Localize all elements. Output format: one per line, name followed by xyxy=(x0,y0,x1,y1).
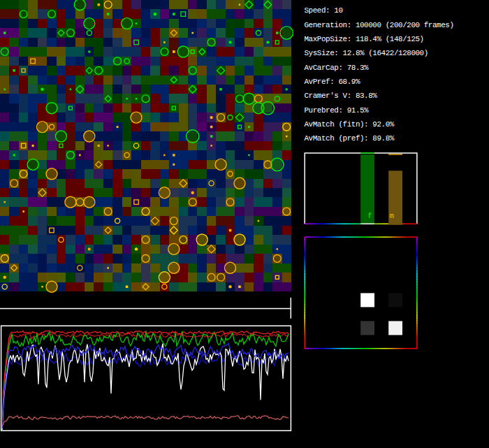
svg-text:SysSize: 12.8% (16422/128000): SysSize: 12.8% (16422/128000) xyxy=(305,49,428,57)
svg-text:AvMatch (fitn): 92.0%: AvMatch (fitn): 92.0% xyxy=(305,120,395,129)
svg-text:AvPref: 68.9%: AvPref: 68.9% xyxy=(305,78,360,86)
svg-text:f: f xyxy=(367,212,372,220)
svg-text:Generation: 100000 (200/200 fr: Generation: 100000 (200/200 frames) xyxy=(305,21,454,29)
svg-text:AvCarCap: 78.3%: AvCarCap: 78.3% xyxy=(305,64,370,72)
svg-text:Cramer's V: 83.8%: Cramer's V: 83.8% xyxy=(305,92,378,100)
svg-text:AvMatch (pref): 89.8%: AvMatch (pref): 89.8% xyxy=(305,134,395,143)
svg-text:Purebred: 91.5%: Purebred: 91.5% xyxy=(305,106,370,115)
svg-text:Speed: 10: Speed: 10 xyxy=(305,6,343,15)
svg-text:m: m xyxy=(390,212,394,220)
svg-text:MaxPopSize: 118.4% (148/125): MaxPopSize: 118.4% (148/125) xyxy=(305,35,424,43)
